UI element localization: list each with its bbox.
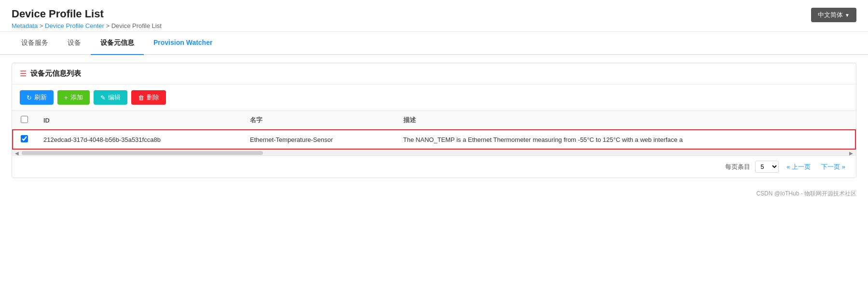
refresh-icon: ↻ <box>27 94 32 101</box>
breadcrumb: Metadata > Device Profile Center > Devic… <box>12 22 856 29</box>
row-name: Ethernet-Temperature-Sensor <box>242 130 396 149</box>
edit-label: 编辑 <box>108 93 121 102</box>
add-icon: + <box>64 94 68 101</box>
header-name: 名字 <box>242 111 396 130</box>
edit-icon: ✎ <box>100 94 106 101</box>
row-id: 212edcad-317d-4048-b56b-35a531fcca8b <box>36 130 242 149</box>
row-checkbox-cell <box>13 130 36 149</box>
tabs-bar: 设备服务 设备 设备元信息 Provision Watcher <box>0 32 868 55</box>
tab-provision-watcher[interactable]: Provision Watcher <box>144 32 222 55</box>
row-description: The NANO_TEMP is a Ethernet Thermometer … <box>396 130 855 149</box>
tab-device-service[interactable]: 设备服务 <box>12 32 58 55</box>
toolbar: ↻ 刷新 + 添加 ✎ 编辑 🗑 删除 <box>12 84 856 111</box>
table-header-row: ID 名字 描述 <box>13 111 855 130</box>
panel-title: 设备元信息列表 <box>30 69 81 78</box>
tab-device[interactable]: 设备 <box>58 32 91 55</box>
refresh-label: 刷新 <box>34 93 47 102</box>
list-icon: ☰ <box>20 69 27 78</box>
page-header: Device Profile List Metadata > Device Pr… <box>0 0 868 32</box>
breadcrumb-device-profile-center[interactable]: Device Profile Center <box>45 22 104 29</box>
lang-button[interactable]: 中文简体 <box>811 8 856 22</box>
delete-button[interactable]: 🗑 删除 <box>131 90 166 105</box>
footer-text: CSDN @IoTHub - 物联网开源技术社区 <box>756 190 856 197</box>
breadcrumb-metadata[interactable]: Metadata <box>12 22 38 29</box>
next-page-button[interactable]: 下一页 » <box>818 162 848 172</box>
main-content: ☰ 设备元信息列表 ↻ 刷新 + 添加 ✎ 编辑 🗑 <box>0 55 868 186</box>
table-wrapper: ID 名字 描述 212edcad-317d-4048-b56b-35a531f… <box>12 111 856 150</box>
breadcrumb-sep2: > <box>106 22 111 29</box>
page-title: Device Profile List <box>12 8 856 20</box>
page-size-select[interactable]: 5 10 20 <box>755 161 779 173</box>
panel-header: ☰ 设备元信息列表 <box>12 63 856 84</box>
header-checkbox-cell <box>13 111 36 130</box>
scroll-bar[interactable]: ◀ ▶ <box>12 150 856 155</box>
page-wrapper: Device Profile List Metadata > Device Pr… <box>0 0 868 304</box>
prev-page-button[interactable]: « 上一页 <box>784 162 813 172</box>
delete-icon: 🗑 <box>138 94 144 101</box>
scroll-thumb[interactable] <box>22 151 263 155</box>
breadcrumb-current: Device Profile List <box>111 22 162 29</box>
header-description: 描述 <box>396 111 855 130</box>
select-all-checkbox[interactable] <box>21 116 28 123</box>
data-table: ID 名字 描述 212edcad-317d-4048-b56b-35a531f… <box>12 111 856 150</box>
breadcrumb-sep1: > <box>40 22 45 29</box>
table-row: 212edcad-317d-4048-b56b-35a531fcca8bEthe… <box>13 130 855 149</box>
header-id: ID <box>36 111 242 130</box>
tab-device-meta[interactable]: 设备元信息 <box>91 32 144 55</box>
pagination-bar: 每页条目 5 10 20 « 上一页 下一页 » <box>12 155 856 178</box>
row-checkbox[interactable] <box>21 135 28 142</box>
edit-button[interactable]: ✎ 编辑 <box>94 90 127 105</box>
scroll-right-arrow[interactable]: ▶ <box>847 150 855 155</box>
add-button[interactable]: + 添加 <box>57 90 90 105</box>
delete-label: 删除 <box>147 93 159 102</box>
add-label: 添加 <box>70 93 83 102</box>
refresh-button[interactable]: ↻ 刷新 <box>20 90 54 105</box>
per-page-label: 每页条目 <box>725 163 750 171</box>
panel: ☰ 设备元信息列表 ↻ 刷新 + 添加 ✎ 编辑 🗑 <box>12 63 856 178</box>
scroll-left-arrow[interactable]: ◀ <box>13 150 21 155</box>
page-footer: CSDN @IoTHub - 物联网开源技术社区 <box>0 186 868 202</box>
